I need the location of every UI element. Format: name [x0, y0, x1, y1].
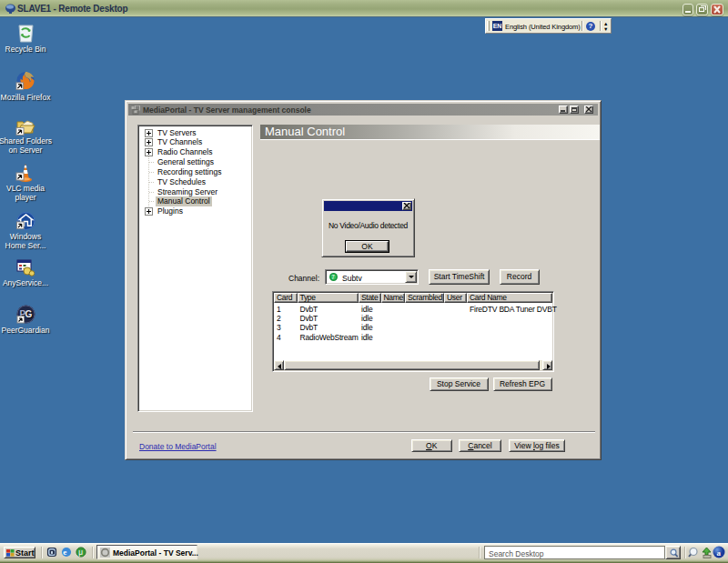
svg-text:a: a: [717, 548, 722, 558]
svg-text:G: G: [25, 309, 32, 319]
svg-text:e: e: [63, 548, 66, 557]
svg-text:μ: μ: [78, 548, 83, 557]
svg-text:7: 7: [331, 274, 335, 280]
